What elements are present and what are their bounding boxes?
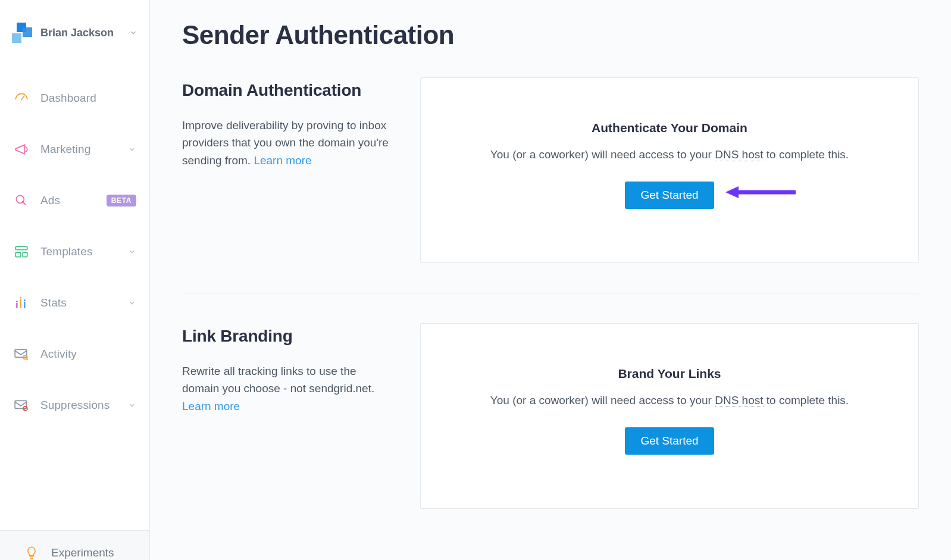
cursor-click-icon (13, 192, 30, 209)
chevron-down-icon (128, 299, 136, 307)
card-body: You (or a coworker) will need access to … (445, 148, 894, 161)
arrow-annotation-icon (725, 184, 797, 201)
chevron-down-icon (129, 29, 137, 37)
svg-point-7 (16, 301, 18, 302)
svg-rect-2 (15, 252, 21, 257)
sidebar-item-dashboard[interactable]: Dashboard (0, 73, 149, 124)
dns-host-text: DNS host (715, 148, 763, 161)
svg-rect-3 (23, 252, 27, 257)
sidebar-item-label: Stats (40, 296, 117, 309)
sidebar-item-activity[interactable]: Activity (0, 329, 149, 380)
card-title: Authenticate Your Domain (445, 121, 894, 135)
section-domain-authentication: Domain Authentication Improve deliverabi… (182, 77, 919, 293)
card-title: Brand Your Links (445, 367, 894, 381)
sidebar-item-label: Experiments (51, 546, 114, 559)
templates-icon (13, 243, 30, 260)
page-title: Sender Authentication (182, 20, 919, 50)
card-link-branding: Brand Your Links You (or a coworker) wil… (420, 323, 919, 509)
section-link-branding: Link Branding Rewrite all tracking links… (182, 293, 919, 539)
section-heading: Link Branding (182, 327, 396, 346)
sidebar-item-templates[interactable]: Templates (0, 226, 149, 277)
brand-logo-icon (12, 23, 32, 43)
learn-more-link[interactable]: Learn more (254, 154, 311, 167)
get-started-button[interactable]: Get Started (625, 427, 714, 455)
sidebar-item-experiments[interactable]: Experiments (0, 530, 149, 560)
beta-badge: BETA (107, 195, 136, 207)
account-switcher[interactable]: Brian Jackson (0, 0, 149, 55)
sidebar-item-label: Templates (40, 245, 117, 258)
section-description: Improve deliverability by proving to inb… (182, 117, 396, 169)
account-name: Brian Jackson (40, 27, 121, 39)
chevron-down-icon (128, 401, 136, 409)
lightbulb-icon (24, 545, 39, 561)
chevron-down-icon (128, 145, 136, 154)
sidebar-item-label: Activity (40, 348, 136, 361)
mail-blocked-icon (13, 397, 30, 414)
sidebar-item-marketing[interactable]: Marketing (0, 124, 149, 175)
card-body: You (or a coworker) will need access to … (445, 394, 894, 407)
sidebar-item-stats[interactable]: Stats (0, 277, 149, 329)
sidebar-nav: Dashboard Marketing Ads BETA (0, 55, 149, 431)
megaphone-icon (13, 141, 30, 158)
mail-search-icon (13, 346, 30, 362)
sidebar-item-suppressions[interactable]: Suppressions (0, 380, 149, 431)
get-started-button[interactable]: Get Started (625, 182, 714, 209)
chevron-down-icon (128, 248, 136, 256)
main-content: Sender Authentication Domain Authenticat… (150, 0, 951, 560)
sidebar-item-label: Suppressions (40, 399, 117, 412)
sidebar-item-label: Dashboard (40, 92, 136, 105)
bar-chart-icon (13, 295, 30, 311)
learn-more-link[interactable]: Learn more (182, 400, 240, 412)
svg-rect-12 (15, 401, 26, 408)
svg-point-8 (20, 297, 22, 299)
svg-rect-1 (15, 246, 27, 249)
svg-marker-15 (725, 186, 739, 198)
sidebar-item-ads[interactable]: Ads BETA (0, 175, 149, 226)
card-domain-authentication: Authenticate Your Domain You (or a cowor… (420, 77, 919, 263)
dashboard-icon (13, 90, 30, 107)
svg-point-9 (24, 299, 26, 301)
svg-rect-10 (15, 349, 26, 357)
section-description: Rewrite all tracking links to use the do… (182, 362, 396, 415)
section-heading: Domain Authentication (182, 81, 396, 100)
sidebar: Brian Jackson Dashboard Marketing (0, 0, 150, 560)
sidebar-item-label: Ads (40, 194, 96, 207)
dns-host-text: DNS host (715, 394, 763, 407)
sidebar-item-label: Marketing (40, 143, 117, 156)
